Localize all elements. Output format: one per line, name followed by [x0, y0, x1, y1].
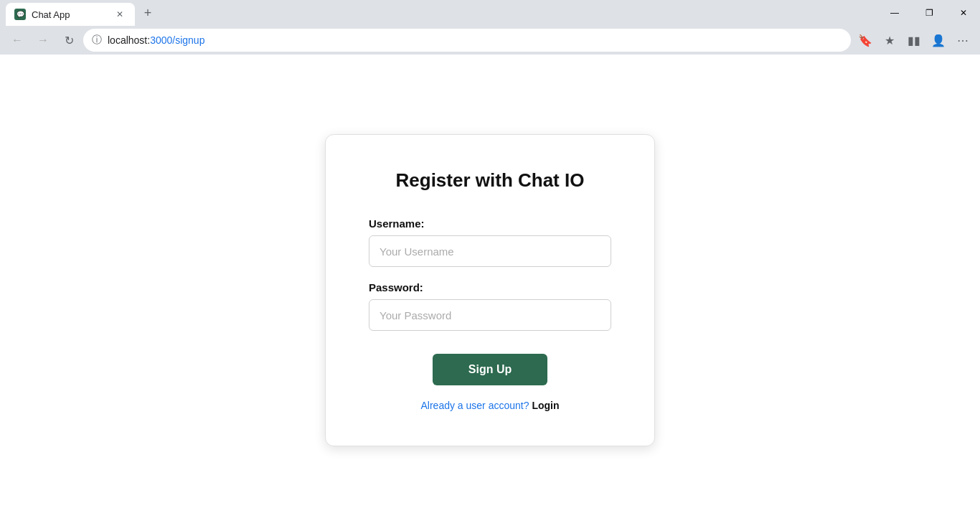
- address-prefix: localhost:: [108, 34, 150, 46]
- tab-title: Chat App: [32, 9, 108, 20]
- password-input[interactable]: [369, 299, 611, 331]
- signup-card: Register with Chat IO Username: Password…: [325, 134, 655, 446]
- password-label: Password:: [369, 281, 611, 293]
- reload-button[interactable]: ↻: [57, 29, 80, 52]
- tab-favicon: 💬: [14, 9, 26, 20]
- browser-chrome: 💬 Chat App ✕ + — ❐ ✕ ← → ↻ ⓘ localhost:3…: [0, 0, 980, 55]
- collections-icon[interactable]: ▮▮: [903, 29, 925, 52]
- toolbar-icons: 🔖 ★ ▮▮ 👤 ⋯: [854, 29, 974, 52]
- maximize-button[interactable]: ❐: [913, 0, 946, 26]
- tab-close-button[interactable]: ✕: [113, 8, 126, 21]
- reading-list-icon[interactable]: 🔖: [854, 29, 877, 52]
- close-button[interactable]: ✕: [947, 0, 980, 26]
- address-path: 3000/signup: [150, 34, 204, 46]
- page-content: Register with Chat IO Username: Password…: [0, 55, 980, 526]
- username-label: Username:: [369, 217, 611, 230]
- favorites-icon[interactable]: ★: [878, 29, 901, 52]
- address-bar[interactable]: ⓘ localhost:3000/signup: [83, 29, 851, 52]
- username-group: Username:: [369, 217, 611, 267]
- profile-icon[interactable]: 👤: [927, 29, 950, 52]
- forward-button[interactable]: →: [32, 29, 55, 52]
- page-title: Register with Chat IO: [369, 169, 611, 192]
- new-tab-button[interactable]: +: [138, 3, 158, 23]
- settings-icon[interactable]: ⋯: [951, 29, 974, 52]
- username-input[interactable]: [369, 235, 611, 267]
- omnibar: ← → ↻ ⓘ localhost:3000/signup 🔖 ★ ▮▮ 👤 ⋯: [0, 26, 980, 55]
- already-text: Already a user account?: [421, 400, 529, 411]
- info-icon: ⓘ: [92, 34, 102, 47]
- login-link[interactable]: Login: [532, 400, 559, 411]
- password-group: Password:: [369, 281, 611, 331]
- minimize-button[interactable]: —: [878, 0, 911, 26]
- back-button[interactable]: ←: [6, 29, 29, 52]
- address-text: localhost:3000/signup: [108, 34, 842, 46]
- signup-button[interactable]: Sign Up: [433, 354, 547, 385]
- browser-tab[interactable]: 💬 Chat App ✕: [6, 3, 135, 26]
- login-link-row: Already a user account? Login: [369, 400, 611, 411]
